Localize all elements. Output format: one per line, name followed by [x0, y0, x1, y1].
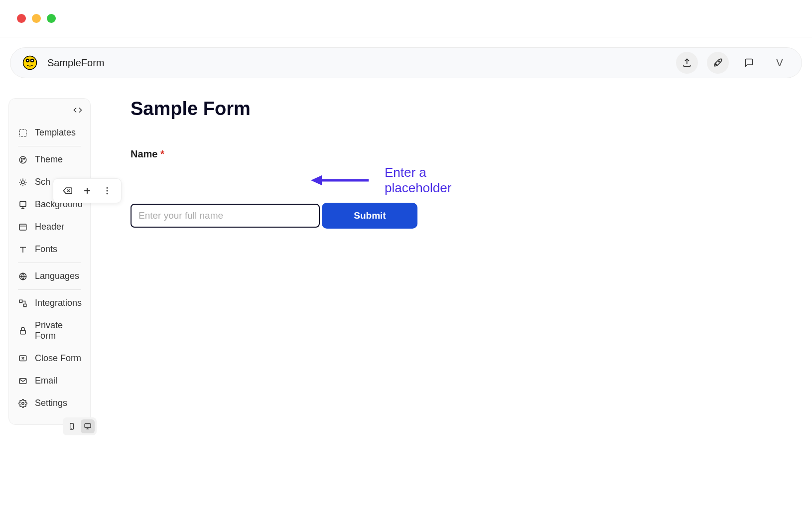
sidebar-item-label: Private Form: [35, 320, 81, 341]
name-label: Name *: [131, 148, 417, 160]
name-input[interactable]: [131, 204, 320, 228]
rocket-icon: [713, 58, 723, 68]
divider: [0, 37, 812, 37]
svg-point-10: [21, 160, 22, 161]
svg-point-0: [23, 56, 37, 70]
sidebar-item-email[interactable]: Email: [9, 370, 90, 392]
svg-rect-28: [24, 304, 26, 306]
desktop-icon: [84, 422, 92, 430]
globe-icon: [18, 271, 28, 281]
lock-icon: [18, 326, 28, 336]
sun-icon: [18, 177, 28, 187]
desktop-view-button[interactable]: [81, 419, 95, 433]
mobile-icon: [68, 422, 76, 430]
form-canvas: Sample Form Name * Enter a placeholder S…: [111, 98, 417, 425]
upload-button[interactable]: [676, 52, 698, 74]
sidebar-item-label: Email: [35, 376, 57, 386]
page-title: SampleForm: [47, 57, 104, 69]
annotation-text: Enter a placeholder: [385, 165, 451, 196]
svg-rect-27: [19, 300, 22, 302]
name-label-text: Name: [131, 148, 157, 159]
avatar-button[interactable]: V: [769, 52, 791, 74]
sidebar-item-theme[interactable]: Theme: [9, 148, 90, 171]
svg-line-19: [25, 179, 26, 180]
sidebar-item-close-form[interactable]: Close Form: [9, 347, 90, 370]
window-controls: [0, 0, 812, 37]
svg-point-11: [21, 181, 24, 184]
svg-point-3: [27, 60, 28, 61]
fonts-icon: [18, 245, 28, 255]
svg-point-39: [107, 187, 108, 189]
svg-point-7: [19, 156, 26, 163]
closeform-icon: [18, 354, 28, 364]
top-bar: SampleForm V: [10, 47, 802, 78]
sidebar-item-templates[interactable]: Templates: [9, 122, 90, 144]
logo-icon: [21, 54, 38, 71]
required-indicator: *: [160, 148, 164, 159]
comment-button[interactable]: [738, 52, 760, 74]
sidebar-item-label: Header: [35, 222, 64, 232]
sidebar-item-label: Templates: [35, 128, 76, 138]
sidebar-item-private-form[interactable]: Private Form: [9, 314, 90, 347]
palette-icon: [18, 155, 28, 165]
svg-rect-6: [19, 130, 26, 136]
window-maximize-dot[interactable]: [47, 14, 56, 23]
avatar-letter: V: [776, 57, 783, 69]
arrow-left-icon: [310, 173, 370, 188]
sidebar-item-settings[interactable]: Settings: [9, 392, 90, 414]
svg-point-8: [21, 158, 22, 159]
svg-line-16: [20, 179, 21, 180]
submit-button[interactable]: Submit: [322, 203, 417, 229]
svg-point-5: [718, 61, 720, 62]
svg-rect-44: [85, 424, 91, 428]
svg-line-18: [20, 184, 21, 185]
sidebar-item-header[interactable]: Header: [9, 216, 90, 238]
svg-point-4: [31, 60, 33, 61]
sidebar-item-languages[interactable]: Languages: [9, 265, 90, 287]
sidebar-item-label: Close Form: [35, 353, 81, 364]
svg-point-40: [107, 190, 108, 192]
view-toggle: [63, 417, 97, 435]
sidebar-divider: [18, 146, 81, 146]
gear-icon: [18, 398, 28, 408]
integrations-icon: [18, 298, 28, 308]
comment-icon: [744, 58, 754, 68]
svg-point-9: [23, 158, 24, 159]
template-icon: [18, 128, 28, 138]
add-button[interactable]: [79, 183, 95, 199]
sidebar-item-label: Sch: [35, 177, 50, 187]
window-minimize-dot[interactable]: [32, 14, 41, 23]
svg-line-17: [25, 184, 26, 185]
svg-marker-48: [311, 175, 322, 185]
sidebar: Templates Theme Sch Background Head: [8, 98, 91, 425]
sidebar-item-label: Theme: [35, 154, 63, 165]
sidebar-item-label: Languages: [35, 271, 79, 281]
sidebar-item-integrations[interactable]: Integrations: [9, 292, 90, 314]
sidebar-divider: [18, 289, 81, 290]
launch-button[interactable]: [707, 52, 729, 74]
code-toggle[interactable]: [9, 106, 90, 122]
form-title: Sample Form: [131, 98, 417, 120]
window-close-dot[interactable]: [17, 14, 26, 23]
background-icon: [18, 200, 28, 210]
delete-button[interactable]: [59, 183, 75, 199]
sidebar-item-fonts[interactable]: Fonts: [9, 238, 90, 260]
svg-rect-29: [20, 330, 26, 334]
plus-icon: [82, 186, 92, 196]
code-icon: [73, 106, 82, 115]
mail-icon: [18, 376, 28, 386]
mobile-view-button[interactable]: [65, 419, 79, 433]
header-icon: [18, 222, 28, 232]
sidebar-divider: [18, 262, 81, 263]
backspace-icon: [62, 186, 72, 196]
svg-rect-20: [20, 201, 26, 207]
svg-point-34: [22, 402, 24, 404]
sidebar-item-label: Settings: [35, 398, 67, 408]
sidebar-item-label: Fonts: [35, 244, 57, 255]
sidebar-item-label: Integrations: [35, 298, 82, 308]
svg-point-41: [107, 193, 108, 194]
svg-rect-23: [19, 224, 26, 230]
main-area: Templates Theme Sch Background Head: [0, 78, 812, 425]
upload-icon: [682, 58, 692, 68]
annotation: Enter a placeholder: [310, 165, 451, 196]
